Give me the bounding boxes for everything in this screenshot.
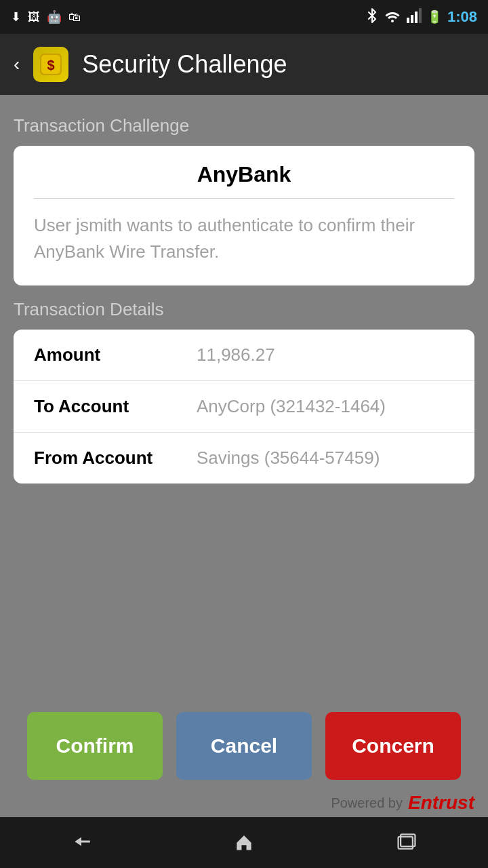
battery-icon: 🔋 (427, 9, 442, 24)
status-bar: ⬇ 🖼 🤖 🛍 🔋 1:08 (0, 0, 488, 34)
from-account-value: Savings (35644-57459) (197, 448, 380, 469)
amount-label: Amount (34, 344, 197, 366)
to-account-value: AnyCorp (321432-1464) (197, 396, 386, 417)
to-account-label: To Account (34, 396, 197, 417)
back-arrow-icon[interactable]: ‹ (14, 54, 20, 75)
action-buttons: Confirm Cancel Concern (0, 712, 488, 780)
challenge-message: User jsmith wants to authenticate to con… (34, 212, 454, 265)
svg-rect-3 (419, 8, 422, 23)
wifi-icon (384, 9, 401, 26)
powered-by: Powered by Entrust (331, 792, 474, 814)
signal-icon (407, 8, 422, 26)
main-content: Transaction Challenge AnyBank User jsmit… (0, 95, 488, 511)
image-icon: 🖼 (28, 10, 40, 24)
android-icon: 🤖 (47, 9, 62, 24)
svg-text:$: $ (47, 58, 55, 73)
page-title: Security Challenge (82, 50, 287, 79)
concern-button[interactable]: Concern (325, 712, 461, 780)
challenge-card: AnyBank User jsmith wants to authenticat… (14, 146, 474, 285)
to-account-row: To Account AnyCorp (321432-1464) (14, 381, 474, 433)
recents-nav-icon[interactable] (396, 831, 418, 855)
transaction-details-card: Amount 11,986.27 To Account AnyCorp (321… (14, 330, 474, 484)
cancel-button[interactable]: Cancel (176, 712, 312, 780)
status-icons-left: ⬇ 🖼 🤖 🛍 (11, 9, 81, 24)
amount-row: Amount 11,986.27 (14, 330, 474, 381)
amount-value: 11,986.27 (197, 344, 275, 366)
svg-rect-0 (407, 18, 409, 23)
bank-name: AnyBank (34, 162, 454, 199)
transaction-details-label: Transaction Details (14, 299, 474, 320)
confirm-button[interactable]: Confirm (27, 712, 163, 780)
download-icon: ⬇ (11, 9, 21, 24)
svg-rect-2 (415, 12, 418, 23)
home-nav-icon[interactable] (233, 831, 255, 855)
bluetooth-icon (366, 8, 378, 26)
powered-by-text: Powered by (331, 795, 403, 811)
bottom-nav (0, 817, 488, 868)
status-time: 1:08 (447, 8, 477, 26)
nav-bar: ‹ $ Security Challenge (0, 34, 488, 95)
transaction-challenge-label: Transaction Challenge (14, 115, 474, 136)
from-account-row: From Account Savings (35644-57459) (14, 433, 474, 484)
app-icon: $ (33, 47, 68, 82)
bag-icon: 🛍 (68, 10, 81, 24)
status-icons-right: 🔋 1:08 (366, 8, 477, 26)
svg-rect-1 (411, 15, 413, 23)
from-account-label: From Account (34, 448, 197, 469)
entrust-brand: Entrust (408, 792, 474, 814)
back-nav-icon[interactable] (70, 831, 92, 855)
